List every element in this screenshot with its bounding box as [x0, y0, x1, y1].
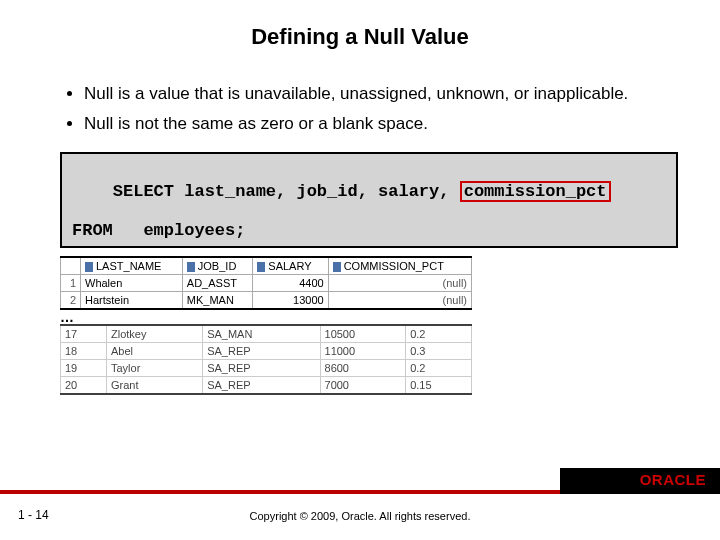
- column-icon: [257, 262, 265, 272]
- column-icon: [187, 262, 195, 272]
- bullet-item: Null is not the same as zero or a blank …: [84, 112, 720, 136]
- col-header: COMMISSION_PCT: [328, 257, 471, 275]
- oracle-logo: ORACLE: [640, 471, 706, 488]
- sql-from-line: FROM employees;: [72, 221, 666, 240]
- ellipsis: …: [60, 310, 720, 324]
- sql-highlight-commission: commission_pct: [460, 181, 611, 202]
- bullet-item: Null is a value that is unavailable, una…: [84, 82, 720, 106]
- col-header: LAST_NAME: [81, 257, 183, 275]
- col-header: JOB_ID: [182, 257, 252, 275]
- sql-code-box: SELECT last_name, job_id, salary, commis…: [60, 152, 678, 248]
- footer-bar: [0, 490, 720, 494]
- table-row: 17ZlotkeySA_MAN105000.2: [61, 325, 472, 343]
- table-row: 1WhalenAD_ASST4400(null): [61, 274, 472, 291]
- column-icon: [85, 262, 93, 272]
- result-grid-bottom: 17ZlotkeySA_MAN105000.2 18AbelSA_REP1100…: [60, 324, 472, 395]
- slide-title: Defining a Null Value: [0, 24, 720, 50]
- sql-select-keyword: SELECT: [113, 182, 184, 201]
- table-row: 19TaylorSA_REP86000.2: [61, 359, 472, 376]
- table-row: 18AbelSA_REP110000.3: [61, 342, 472, 359]
- table-row: 20GrantSA_REP70000.15: [61, 376, 472, 394]
- column-icon: [333, 262, 341, 272]
- col-header: SALARY: [253, 257, 328, 275]
- sql-columns: last_name, job_id, salary,: [184, 182, 459, 201]
- bullet-list: Null is a value that is unavailable, una…: [64, 82, 720, 136]
- row-header-blank: [61, 257, 81, 275]
- table-row: 2HartsteinMK_MAN13000(null): [61, 291, 472, 309]
- result-grid-top: LAST_NAME JOB_ID SALARY COMMISSION_PCT 1…: [60, 256, 472, 310]
- copyright-text: Copyright © 2009, Oracle. All rights res…: [0, 510, 720, 522]
